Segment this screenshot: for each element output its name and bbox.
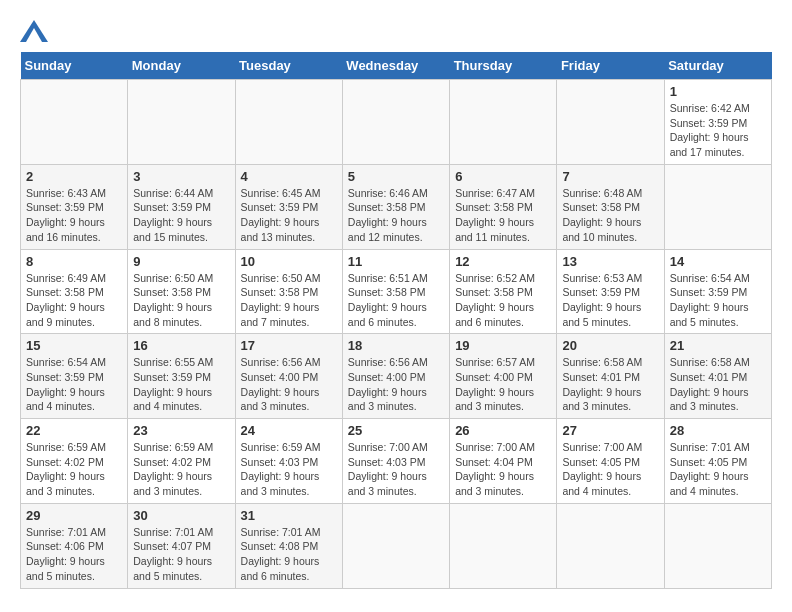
calendar-cell: 16Sunrise: 6:55 AMSunset: 3:59 PMDayligh… <box>128 334 235 419</box>
day-header: Sunday <box>21 52 128 80</box>
sunset: Sunset: 3:59 PM <box>133 201 211 213</box>
sunrise: Sunrise: 6:48 AM <box>562 187 642 199</box>
day-info: Sunrise: 7:01 AMSunset: 4:06 PMDaylight:… <box>26 525 122 584</box>
sunrise: Sunrise: 7:01 AM <box>670 441 750 453</box>
day-number: 8 <box>26 254 122 269</box>
daylight: Daylight: 9 hours and 4 minutes. <box>133 386 212 413</box>
calendar-cell <box>235 80 342 165</box>
day-number: 2 <box>26 169 122 184</box>
sunrise: Sunrise: 6:44 AM <box>133 187 213 199</box>
calendar-cell: 1Sunrise: 6:42 AMSunset: 3:59 PMDaylight… <box>664 80 771 165</box>
sunset: Sunset: 3:59 PM <box>670 286 748 298</box>
daylight: Daylight: 9 hours and 3 minutes. <box>348 386 427 413</box>
daylight: Daylight: 9 hours and 15 minutes. <box>133 216 212 243</box>
daylight: Daylight: 9 hours and 5 minutes. <box>26 555 105 582</box>
daylight: Daylight: 9 hours and 6 minutes. <box>241 555 320 582</box>
calendar-cell: 11Sunrise: 6:51 AMSunset: 3:58 PMDayligh… <box>342 249 449 334</box>
day-info: Sunrise: 7:01 AMSunset: 4:05 PMDaylight:… <box>670 440 766 499</box>
sunset: Sunset: 3:58 PM <box>348 201 426 213</box>
day-number: 3 <box>133 169 229 184</box>
calendar-table: SundayMondayTuesdayWednesdayThursdayFrid… <box>20 52 772 589</box>
day-info: Sunrise: 6:53 AMSunset: 3:59 PMDaylight:… <box>562 271 658 330</box>
calendar-cell: 29Sunrise: 7:01 AMSunset: 4:06 PMDayligh… <box>21 503 128 588</box>
calendar-cell: 3Sunrise: 6:44 AMSunset: 3:59 PMDaylight… <box>128 164 235 249</box>
calendar-week-row: 15Sunrise: 6:54 AMSunset: 3:59 PMDayligh… <box>21 334 772 419</box>
sunrise: Sunrise: 6:50 AM <box>133 272 213 284</box>
sunset: Sunset: 3:58 PM <box>348 286 426 298</box>
sunrise: Sunrise: 6:58 AM <box>670 356 750 368</box>
daylight: Daylight: 9 hours and 6 minutes. <box>348 301 427 328</box>
calendar-cell <box>557 503 664 588</box>
sunset: Sunset: 4:08 PM <box>241 540 319 552</box>
day-header: Tuesday <box>235 52 342 80</box>
day-info: Sunrise: 6:49 AMSunset: 3:58 PMDaylight:… <box>26 271 122 330</box>
day-info: Sunrise: 6:50 AMSunset: 3:58 PMDaylight:… <box>133 271 229 330</box>
day-info: Sunrise: 7:00 AMSunset: 4:05 PMDaylight:… <box>562 440 658 499</box>
day-info: Sunrise: 6:56 AMSunset: 4:00 PMDaylight:… <box>348 355 444 414</box>
calendar-cell: 26Sunrise: 7:00 AMSunset: 4:04 PMDayligh… <box>450 419 557 504</box>
daylight: Daylight: 9 hours and 11 minutes. <box>455 216 534 243</box>
sunrise: Sunrise: 6:57 AM <box>455 356 535 368</box>
daylight: Daylight: 9 hours and 3 minutes. <box>133 470 212 497</box>
day-info: Sunrise: 7:01 AMSunset: 4:07 PMDaylight:… <box>133 525 229 584</box>
calendar-header-row: SundayMondayTuesdayWednesdayThursdayFrid… <box>21 52 772 80</box>
sunrise: Sunrise: 6:59 AM <box>133 441 213 453</box>
sunset: Sunset: 3:59 PM <box>670 117 748 129</box>
daylight: Daylight: 9 hours and 6 minutes. <box>455 301 534 328</box>
sunrise: Sunrise: 6:58 AM <box>562 356 642 368</box>
day-number: 22 <box>26 423 122 438</box>
calendar-cell: 13Sunrise: 6:53 AMSunset: 3:59 PMDayligh… <box>557 249 664 334</box>
day-number: 27 <box>562 423 658 438</box>
day-info: Sunrise: 6:55 AMSunset: 3:59 PMDaylight:… <box>133 355 229 414</box>
sunrise: Sunrise: 6:49 AM <box>26 272 106 284</box>
sunrise: Sunrise: 6:52 AM <box>455 272 535 284</box>
sunset: Sunset: 4:01 PM <box>562 371 640 383</box>
day-number: 10 <box>241 254 337 269</box>
calendar-cell <box>557 80 664 165</box>
day-number: 13 <box>562 254 658 269</box>
day-number: 7 <box>562 169 658 184</box>
sunset: Sunset: 4:07 PM <box>133 540 211 552</box>
day-info: Sunrise: 6:58 AMSunset: 4:01 PMDaylight:… <box>562 355 658 414</box>
sunset: Sunset: 3:59 PM <box>133 371 211 383</box>
calendar-cell <box>128 80 235 165</box>
daylight: Daylight: 9 hours and 13 minutes. <box>241 216 320 243</box>
calendar-cell: 12Sunrise: 6:52 AMSunset: 3:58 PMDayligh… <box>450 249 557 334</box>
calendar-cell: 17Sunrise: 6:56 AMSunset: 4:00 PMDayligh… <box>235 334 342 419</box>
calendar-cell: 30Sunrise: 7:01 AMSunset: 4:07 PMDayligh… <box>128 503 235 588</box>
sunrise: Sunrise: 6:55 AM <box>133 356 213 368</box>
calendar-cell: 22Sunrise: 6:59 AMSunset: 4:02 PMDayligh… <box>21 419 128 504</box>
day-number: 19 <box>455 338 551 353</box>
calendar-cell: 2Sunrise: 6:43 AMSunset: 3:59 PMDaylight… <box>21 164 128 249</box>
daylight: Daylight: 9 hours and 5 minutes. <box>670 301 749 328</box>
sunset: Sunset: 4:00 PM <box>348 371 426 383</box>
daylight: Daylight: 9 hours and 10 minutes. <box>562 216 641 243</box>
sunrise: Sunrise: 7:00 AM <box>348 441 428 453</box>
calendar-week-row: 1Sunrise: 6:42 AMSunset: 3:59 PMDaylight… <box>21 80 772 165</box>
day-info: Sunrise: 6:58 AMSunset: 4:01 PMDaylight:… <box>670 355 766 414</box>
sunrise: Sunrise: 6:56 AM <box>348 356 428 368</box>
calendar-cell: 5Sunrise: 6:46 AMSunset: 3:58 PMDaylight… <box>342 164 449 249</box>
sunrise: Sunrise: 6:54 AM <box>670 272 750 284</box>
sunset: Sunset: 4:06 PM <box>26 540 104 552</box>
calendar-cell <box>450 80 557 165</box>
sunset: Sunset: 4:01 PM <box>670 371 748 383</box>
calendar-cell <box>342 80 449 165</box>
day-number: 30 <box>133 508 229 523</box>
day-header: Friday <box>557 52 664 80</box>
day-info: Sunrise: 7:01 AMSunset: 4:08 PMDaylight:… <box>241 525 337 584</box>
day-number: 18 <box>348 338 444 353</box>
sunrise: Sunrise: 6:42 AM <box>670 102 750 114</box>
daylight: Daylight: 9 hours and 12 minutes. <box>348 216 427 243</box>
day-info: Sunrise: 6:42 AMSunset: 3:59 PMDaylight:… <box>670 101 766 160</box>
sunset: Sunset: 4:05 PM <box>670 456 748 468</box>
sunrise: Sunrise: 7:01 AM <box>241 526 321 538</box>
sunset: Sunset: 3:58 PM <box>562 201 640 213</box>
day-info: Sunrise: 6:47 AMSunset: 3:58 PMDaylight:… <box>455 186 551 245</box>
day-number: 31 <box>241 508 337 523</box>
sunset: Sunset: 4:02 PM <box>133 456 211 468</box>
calendar-cell: 28Sunrise: 7:01 AMSunset: 4:05 PMDayligh… <box>664 419 771 504</box>
day-info: Sunrise: 7:00 AMSunset: 4:04 PMDaylight:… <box>455 440 551 499</box>
calendar-week-row: 8Sunrise: 6:49 AMSunset: 3:58 PMDaylight… <box>21 249 772 334</box>
sunset: Sunset: 3:58 PM <box>26 286 104 298</box>
